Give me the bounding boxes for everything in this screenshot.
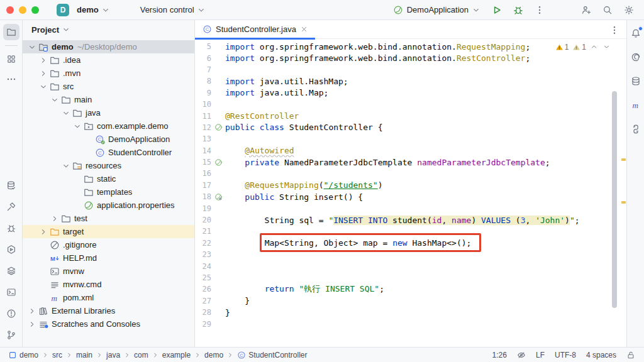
chevron-down-icon[interactable] [60,161,72,171]
code-line-17[interactable]: 17 @RequestMapping("/students") [195,180,626,191]
request-mapping-gutter-icon[interactable] [211,193,225,201]
tree-item-main[interactable]: main [23,93,194,106]
window-zoom-button[interactable] [31,6,39,14]
search-everywhere-button[interactable] [600,3,615,18]
layers-tool-button[interactable] [3,263,19,279]
breadcrumb-item-example[interactable]: example [160,351,192,359]
code-area[interactable]: 5import org.springframework.web.bind.ann… [195,39,626,347]
code-line-15[interactable]: 15 private NamedParameterJdbcTemplate na… [195,156,626,168]
tree-item-scratches-and-consoles[interactable]: Scratches and Consoles [23,317,194,331]
settings-button[interactable] [621,3,636,18]
window-close-button[interactable] [6,6,14,14]
chevron-right-icon[interactable] [38,55,49,65]
chevron-right-icon[interactable] [26,319,38,329]
database-tool-right-button[interactable] [628,73,644,89]
code-line-12[interactable]: 12public class StudentController { [195,122,626,133]
code-with-me-button[interactable] [579,3,594,18]
chevron-down-icon[interactable] [38,82,49,92]
warnings-indicator[interactable]: 1 [555,43,569,52]
editor-scrollbar[interactable] [612,91,617,308]
tree-item-templates[interactable]: templates [23,185,194,199]
run-button[interactable] [489,3,504,18]
tree-item-gitignore[interactable]: .gitignore [23,238,194,251]
notifications-button[interactable] [628,25,644,41]
inspections-widget[interactable]: 1 1 [555,41,611,53]
tree-item-target[interactable]: target [23,225,194,238]
weak-warnings-indicator[interactable]: 1 [572,43,586,52]
build-tool-button[interactable] [3,199,19,215]
tree-item-src[interactable]: src [23,80,194,93]
editor-options-button[interactable] [609,25,620,36]
run-configuration-selector[interactable]: DemoApplication [390,3,483,17]
chevron-right-icon[interactable] [26,306,38,316]
code-line-24[interactable]: 24 [195,260,626,272]
breadcrumb-item-demo[interactable]: demo [6,351,40,359]
chevron-down-icon[interactable] [72,121,83,131]
debug-tool-button[interactable] [3,220,19,236]
chevron-right-icon[interactable] [49,214,60,224]
terminal-tool-button[interactable] [3,284,19,300]
tree-item-help-md[interactable]: MHELP.md [23,251,194,265]
structure-tool-button[interactable] [3,51,19,67]
tree-item-demoapplication[interactable]: CDemoApplication [23,133,194,146]
code-line-21[interactable]: 21 [195,226,626,237]
python-packages-tool-button[interactable] [628,121,644,137]
breadcrumb-item-main[interactable]: main [74,351,94,359]
highlighting-level-icon[interactable] [517,351,526,359]
tree-item-idea[interactable]: .idea [23,53,194,67]
close-icon[interactable] [300,25,309,34]
code-line-26[interactable]: 26 return "執行 INSERT SQL"; [195,283,626,295]
chevron-down-icon[interactable] [49,95,60,105]
caret-position[interactable]: 1:26 [492,351,507,359]
tree-item-studentcontroller[interactable]: CStudentController [23,146,194,159]
code-line-29[interactable]: 29 [195,318,626,329]
problems-tool-button[interactable] [3,305,19,322]
spring-bean-gutter-icon[interactable] [211,123,225,131]
breadcrumb-item-studentcontroller[interactable]: CStudentController [235,351,309,359]
tree-item-mvn[interactable]: .mvn [23,67,194,80]
code-line-25[interactable]: 25 [195,272,626,283]
tab-studentcontroller[interactable]: C StudentController.java [195,20,315,39]
maven-tool-button[interactable]: m [628,97,644,113]
previous-problem-button[interactable] [590,43,599,52]
tree-item-java[interactable]: java [23,106,194,119]
code-line-7[interactable]: 7 [195,64,626,75]
ai-assistant-button[interactable] [628,49,644,65]
project-menu[interactable]: demo [73,3,114,16]
more-actions-button[interactable] [532,3,547,18]
tree-item-external-libraries[interactable]: External Libraries [23,304,194,317]
tree-item-static[interactable]: static [23,172,194,185]
code-line-8[interactable]: 8import java.util.HashMap; [195,75,626,87]
services-tool-button[interactable] [3,241,19,258]
project-tool-button[interactable] [3,24,19,40]
more-tools-button[interactable] [3,71,19,87]
vcs-menu[interactable]: Version control [136,3,209,16]
file-encoding[interactable]: UTF-8 [555,351,576,359]
breadcrumb-item-com[interactable]: com [132,351,150,359]
chevron-right-icon[interactable] [38,227,49,237]
git-tool-button[interactable] [3,327,19,343]
code-line-16[interactable]: 16 [195,168,626,179]
code-line-23[interactable]: 23 [195,249,626,260]
code-line-22[interactable]: 22 Map<String, Object> map = new HashMap… [195,238,626,249]
tree-item-com-example-demo[interactable]: com.example.demo [23,119,194,133]
database-tool-button[interactable] [3,177,19,194]
code-line-20[interactable]: 20 String sql = "INSERT INTO student(id,… [195,214,626,226]
project-panel-header[interactable]: Project [23,20,194,39]
tree-item-resources[interactable]: resources [23,159,194,172]
code-line-13[interactable]: 13 [195,133,626,145]
breadcrumb-item-java[interactable]: java [104,351,122,359]
unlock-icon[interactable] [626,351,635,359]
code-line-14[interactable]: 14 @Autowired [195,145,626,156]
code-line-9[interactable]: 9import java.util.Map; [195,87,626,99]
code-line-11[interactable]: 11@RestController [195,110,626,121]
window-minimize-button[interactable] [19,6,26,14]
code-line-27[interactable]: 27 } [195,295,626,307]
warning-stripe-mark[interactable] [621,201,626,204]
tree-item-mvnw[interactable]: mvnw [23,265,194,278]
tree-item-application-properties[interactable]: application.properties [23,199,194,212]
line-separator[interactable]: LF [536,351,545,359]
chevron-down-icon[interactable] [60,108,72,118]
chevron-down-icon[interactable] [26,42,38,52]
tree-item-test[interactable]: test [23,212,194,225]
